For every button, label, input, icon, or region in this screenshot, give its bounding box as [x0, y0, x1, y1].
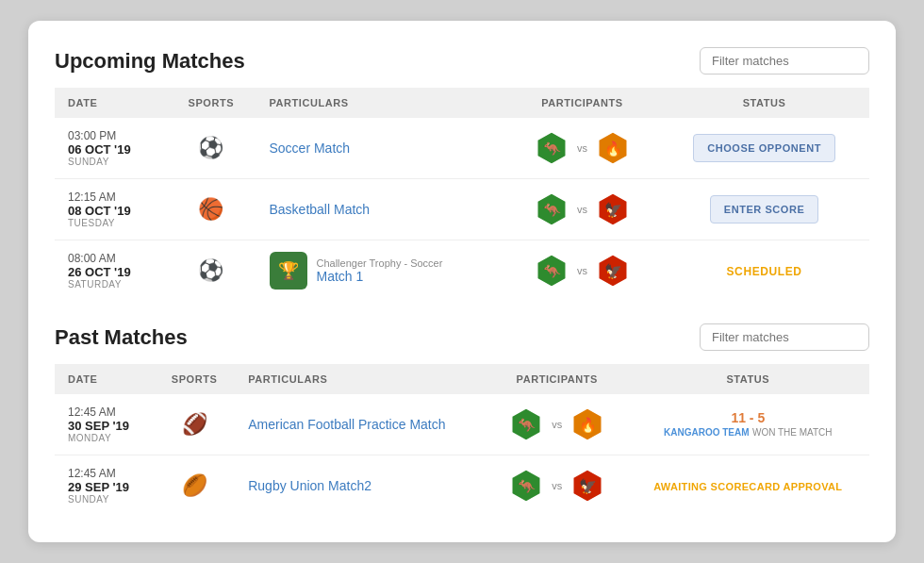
tournament-name: Challenger Trophy - Soccer — [317, 257, 443, 269]
participants-cell: 🦘 vs 🔥 — [505, 118, 659, 179]
svg-text:🦘: 🦘 — [542, 140, 560, 157]
col-date-upcoming: DATE — [55, 88, 166, 118]
participants-cell: 🦘 vs 🦅 — [505, 179, 659, 240]
status-cell: CHOOSE OPPONENT — [659, 118, 869, 179]
vs-label: vs — [577, 265, 587, 276]
particulars-text: Basketball Match — [270, 202, 371, 217]
svg-text:🦘: 🦘 — [542, 201, 560, 219]
upcoming-table: DATE SPORTS PARTICULARS PARTICIPANTS STA… — [55, 88, 869, 301]
table-row: 08:00 AM 26 OCT '19 SATURDAY ⚽ 🏆 Challen… — [55, 240, 869, 302]
match-name[interactable]: Match 1 — [317, 269, 443, 284]
upcoming-header: Upcoming Matches — [55, 47, 869, 75]
vs-label: vs — [552, 480, 562, 491]
status-cell: AWAITING SCORECARD APPROVAL — [627, 455, 869, 517]
col-particulars-past: PARTICULARS — [235, 364, 487, 394]
main-card: Upcoming Matches DATE SPORTS PARTICULARS… — [28, 21, 896, 542]
particulars-cell: Basketball Match — [256, 179, 505, 240]
team2-avatar: 🔥 — [595, 130, 631, 166]
particulars-text: Soccer Match — [270, 141, 351, 156]
match-date: 30 SEP '19 — [68, 419, 140, 433]
vs-label: vs — [577, 204, 587, 215]
sport-icon-cell: ⚽ — [166, 240, 256, 302]
match-name[interactable]: Rugby Union Match2 — [248, 478, 371, 493]
date-cell: 08:00 AM 26 OCT '19 SATURDAY — [55, 240, 166, 302]
past-table-header-row: DATE SPORTS PARTICULARS PARTICIPANTS STA… — [55, 364, 869, 394]
svg-text:🦅: 🦅 — [603, 201, 621, 219]
past-table: DATE SPORTS PARTICULARS PARTICIPANTS STA… — [55, 364, 869, 516]
score-winner-status: 11 - 5 KANGAROO TEAM WON THE MATCH — [640, 410, 856, 439]
table-row: 12:45 AM 29 SEP '19 SUNDAY 🏉 Rugby Union… — [55, 455, 869, 517]
upcoming-title: Upcoming Matches — [55, 49, 245, 74]
match-score: 11 - 5 — [640, 410, 856, 425]
svg-text:🦘: 🦘 — [518, 477, 536, 495]
team1-avatar: 🦘 — [534, 130, 569, 166]
col-participants-past: PARTICIPANTS — [487, 364, 627, 394]
col-particulars-upcoming: PARTICULARS — [256, 88, 505, 118]
team2-avatar: 🦅 — [595, 253, 631, 289]
sport-icon-cell: ⚽ — [166, 118, 256, 179]
particulars-text: Challenger Trophy - Soccer Match 1 — [317, 257, 443, 284]
past-filter-input[interactable] — [700, 323, 869, 351]
date-cell: 12:45 AM 30 SEP '19 MONDAY — [55, 394, 154, 455]
choose-opponent-button[interactable]: CHOOSE OPPONENT — [693, 134, 835, 162]
status-cell: 11 - 5 KANGAROO TEAM WON THE MATCH — [627, 394, 869, 455]
col-participants-upcoming: PARTICIPANTS — [505, 88, 659, 118]
status-cell: ENTER SCORE — [659, 179, 869, 240]
col-status-upcoming: STATUS — [659, 88, 869, 118]
vs-label: vs — [577, 142, 587, 154]
enter-score-button[interactable]: ENTER SCORE — [710, 195, 819, 224]
particulars-cell: Soccer Match — [256, 118, 505, 179]
sport-icon-cell: 🏀 — [166, 179, 256, 240]
date-cell: 12:15 AM 08 OCT '19 TUESDAY — [55, 179, 166, 240]
match-name[interactable]: Soccer Match — [270, 141, 351, 156]
match-date: 29 SEP '19 — [68, 480, 140, 494]
participants-cell: 🦘 vs 🔥 — [487, 394, 627, 455]
particulars-cell: Rugby Union Match2 — [235, 455, 487, 517]
winner-team: KANGAROO TEAM — [664, 427, 750, 438]
status-cell: SCHEDULED — [659, 240, 869, 302]
svg-text:🦅: 🦅 — [603, 262, 621, 280]
past-section: Past Matches DATE SPORTS PARTICULARS PAR… — [55, 323, 869, 516]
date-cell: 03:00 PM 06 OCT '19 SUNDAY — [55, 118, 166, 179]
match-time: 12:45 AM — [68, 467, 140, 480]
team2-avatar: 🦅 — [569, 468, 605, 504]
svg-text:🦘: 🦘 — [518, 416, 536, 434]
team1-avatar: 🦘 — [534, 191, 569, 227]
vs-label: vs — [552, 419, 562, 430]
table-row: 12:15 AM 08 OCT '19 TUESDAY 🏀 Basketball… — [55, 179, 869, 240]
tournament-badge: 🏆 — [270, 252, 307, 290]
match-date: 06 OCT '19 — [68, 142, 153, 157]
particulars-text: American Football Practice Match — [248, 417, 445, 432]
sport-icon-cell: 🏈 — [154, 394, 235, 455]
match-name[interactable]: Basketball Match — [270, 202, 371, 217]
won-label: WON THE MATCH — [752, 427, 833, 438]
col-date-past: DATE — [55, 364, 154, 394]
col-sports-past: SPORTS — [154, 364, 235, 394]
scheduled-status: SCHEDULED — [727, 265, 802, 278]
match-day: SUNDAY — [68, 494, 140, 505]
svg-text:🔥: 🔥 — [579, 416, 597, 434]
past-title: Past Matches — [55, 325, 188, 350]
match-day: SUNDAY — [68, 157, 153, 167]
awaiting-status: AWAITING SCORECARD APPROVAL — [653, 481, 842, 492]
match-date: 26 OCT '19 — [68, 265, 153, 279]
svg-text:🦅: 🦅 — [579, 477, 597, 495]
participants-cell: 🦘 vs 🦅 — [487, 455, 627, 517]
match-name[interactable]: American Football Practice Match — [248, 417, 445, 432]
team1-avatar: 🦘 — [508, 406, 544, 442]
upcoming-filter-input[interactable] — [700, 47, 869, 75]
particulars-cell: 🏆 Challenger Trophy - Soccer Match 1 — [256, 240, 505, 302]
match-time: 12:45 AM — [68, 406, 140, 419]
match-time: 08:00 AM — [68, 252, 153, 265]
svg-text:🦘: 🦘 — [542, 262, 560, 280]
past-header: Past Matches — [55, 323, 869, 351]
particulars-text: Rugby Union Match2 — [248, 478, 371, 493]
match-date: 08 OCT '19 — [68, 204, 153, 218]
team1-avatar: 🦘 — [508, 468, 544, 504]
col-sports-upcoming: SPORTS — [166, 88, 256, 118]
participants-cell: 🦘 vs 🦅 — [505, 240, 659, 302]
match-day: TUESDAY — [68, 218, 153, 228]
match-day: MONDAY — [68, 433, 140, 443]
date-cell: 12:45 AM 29 SEP '19 SUNDAY — [55, 455, 154, 517]
sport-icon-cell: 🏉 — [154, 455, 235, 517]
